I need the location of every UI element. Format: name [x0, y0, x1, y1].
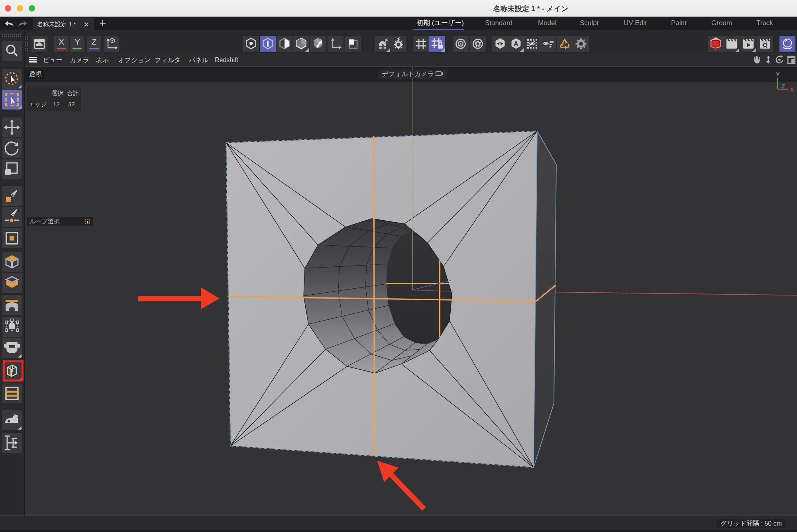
svg-text:A: A — [514, 40, 518, 48]
svg-text:Y: Y — [776, 71, 780, 78]
svg-text:X: X — [790, 86, 794, 93]
svg-text:Z: Z — [781, 83, 785, 90]
